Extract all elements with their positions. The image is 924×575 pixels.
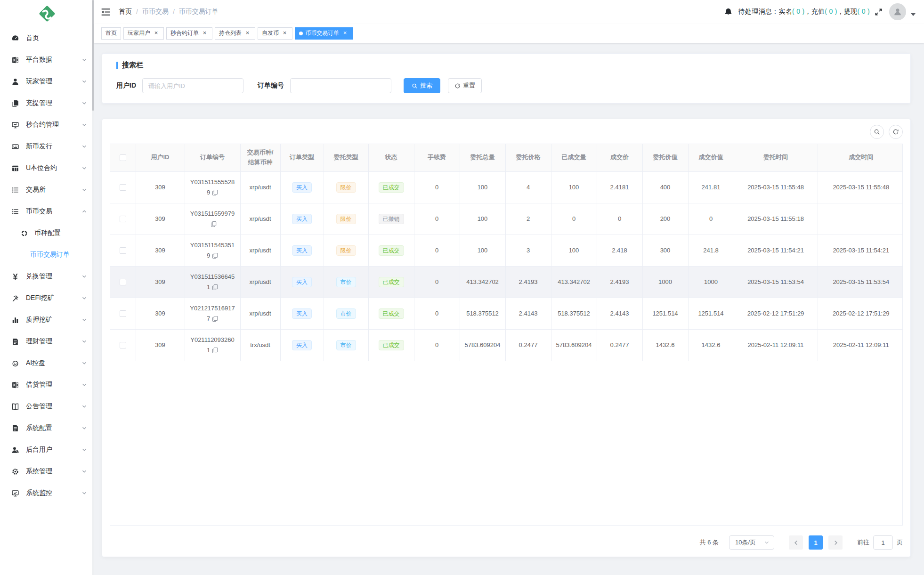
cell-pair: xrp/usdt (240, 235, 280, 266)
cell-fee: 0 (414, 235, 460, 266)
table-search-button[interactable] (870, 125, 884, 139)
breadcrumb-item: 币币交易 (142, 8, 169, 16)
page-size-select[interactable]: 10条/页 (729, 535, 774, 550)
cell-entrust_value: 200 (642, 203, 688, 235)
tab-close-icon[interactable]: × (341, 30, 349, 37)
sidebar-item[interactable]: 新币发行 (0, 136, 94, 157)
chevron-right-icon (833, 540, 839, 546)
sidebar-item[interactable]: 质押挖矿 (0, 309, 94, 331)
tab[interactable]: 自发币× (258, 27, 292, 40)
column-header-deal_price: 成交价 (597, 144, 642, 171)
copy-icon (212, 189, 218, 195)
sidebar-item[interactable]: 借贷管理 (0, 374, 94, 396)
tab[interactable]: 首页 (101, 27, 121, 40)
tab-close-icon[interactable]: × (153, 30, 160, 37)
sidebar-item[interactable]: 兑换管理 (0, 266, 94, 287)
table-row: 309Y0315115453519xrp/usdt买入限价已成交01003100… (110, 235, 903, 266)
cell-user_id: 309 (136, 266, 185, 298)
pending-message-count: ( 0 ) (825, 8, 837, 15)
user-id-input[interactable] (142, 78, 243, 93)
sidebar-item[interactable]: 理财管理 (0, 331, 94, 352)
sidebar-item[interactable]: AI控盘 (0, 352, 94, 374)
tab[interactable]: 秒合约订单× (166, 27, 212, 40)
row-checkbox[interactable] (120, 216, 126, 222)
search-card: 搜索栏 用户ID 订单编号 搜索 重置 (102, 53, 911, 104)
row-checkbox[interactable] (120, 184, 126, 191)
tab-label: 持仓列表 (219, 29, 242, 37)
select-all-checkbox[interactable] (120, 154, 126, 161)
column-header-filled: 已成交量 (551, 144, 597, 171)
cell-user_id: 309 (136, 298, 185, 329)
search-title-text: 搜索栏 (122, 61, 143, 70)
sidebar-item[interactable]: DEFI挖矿 (0, 287, 94, 309)
sidebar-item-label: 质押挖矿 (26, 316, 81, 324)
tab[interactable]: 币币交易订单× (295, 27, 353, 40)
tab[interactable]: 持仓列表× (215, 27, 255, 40)
bell-icon[interactable] (724, 8, 733, 16)
tabbar: 首页玩家用户×秒合约订单×持仓列表×自发币×币币交易订单× (94, 24, 924, 43)
sidebar-item[interactable]: 首页 (0, 27, 94, 49)
tab-close-icon[interactable]: × (201, 30, 208, 37)
sidebar-item[interactable]: U本位合约 (0, 157, 94, 179)
tab[interactable]: 玩家用户× (123, 27, 164, 40)
sidebar-item[interactable]: 玩家管理 (0, 71, 94, 92)
reset-button[interactable]: 重置 (448, 78, 482, 93)
content: 搜索栏 用户ID 订单编号 搜索 重置 (94, 43, 924, 575)
fullscreen-icon[interactable] (875, 8, 883, 16)
sidebar-item[interactable]: 平台数据 (0, 49, 94, 71)
pending-message-count: ( 0 ) (792, 8, 804, 15)
tab-close-icon[interactable]: × (244, 30, 251, 37)
cell-total: 100 (460, 235, 505, 266)
order-no-input[interactable] (290, 78, 391, 93)
search-button[interactable]: 搜索 (404, 78, 440, 93)
cell-order_no: Y0212175169177 (185, 298, 240, 329)
avatar[interactable] (889, 3, 906, 20)
sidebar-item[interactable]: 系统配置 (0, 417, 94, 439)
breadcrumb-item: 币币交易订单 (179, 8, 219, 16)
sidebar-item[interactable]: 充提管理 (0, 92, 94, 114)
sidebar-subitem[interactable]: 币币交易订单 (0, 244, 94, 266)
search-icon (412, 83, 418, 89)
sidebar-item[interactable]: 公告管理 (0, 396, 94, 417)
row-checkbox[interactable] (120, 310, 126, 317)
sidebar-subitem[interactable]: 币种配置 (0, 222, 94, 244)
cell-price: 3 (505, 235, 551, 266)
yen-icon (11, 273, 19, 281)
cell-order_no: Y0315115555289 (185, 171, 240, 203)
cell-pair: xrp/usdt (240, 298, 280, 329)
prev-page-button[interactable] (789, 535, 803, 550)
hamburger-icon[interactable] (101, 8, 110, 16)
cell-filled: 518.375512 (551, 298, 597, 329)
row-checkbox[interactable] (120, 279, 126, 285)
sidebar-item[interactable]: 后台用户 (0, 439, 94, 461)
cell-status: 已成交 (368, 235, 414, 266)
sidebar-item[interactable]: 系统监控 (0, 482, 94, 504)
sidebar-item[interactable]: 秒合约管理 (0, 114, 94, 136)
caret-down-icon[interactable] (911, 13, 916, 16)
sidebar-scrollbar-thumb[interactable] (92, 0, 94, 111)
app-logo[interactable] (0, 0, 94, 27)
chevron-down-icon (764, 540, 770, 545)
cell-user_id: 309 (136, 203, 185, 235)
copy-icon (212, 347, 218, 353)
sidebar-item[interactable]: 交易所 (0, 179, 94, 201)
sidebar-item[interactable]: 系统管理 (0, 461, 94, 482)
robot-icon (11, 359, 19, 367)
sidebar-item[interactable]: 币币交易 (0, 201, 94, 222)
current-page-button[interactable]: 1 (809, 535, 823, 550)
sidebar-item-label: 交易所 (26, 186, 81, 194)
cell-entrust_time: 2025-02-12 17:51:29 (734, 298, 818, 329)
breadcrumb-item[interactable]: 首页 (119, 8, 132, 16)
goto-page-input[interactable] (873, 535, 893, 550)
next-page-button[interactable] (828, 535, 843, 550)
pending-message-count: ( 0 ) (858, 8, 870, 15)
row-checkbox[interactable] (120, 342, 126, 348)
sidebar-item-label: 理财管理 (26, 337, 81, 346)
tab-close-icon[interactable]: × (281, 30, 288, 37)
sidebar-scrollbar[interactable] (92, 0, 94, 575)
cell-entrust_type: 市价 (324, 329, 368, 361)
table-refresh-button[interactable] (889, 125, 903, 139)
row-checkbox[interactable] (120, 247, 126, 254)
column-header-price: 委托价格 (505, 144, 551, 171)
tab-label: 自发币 (262, 29, 279, 37)
